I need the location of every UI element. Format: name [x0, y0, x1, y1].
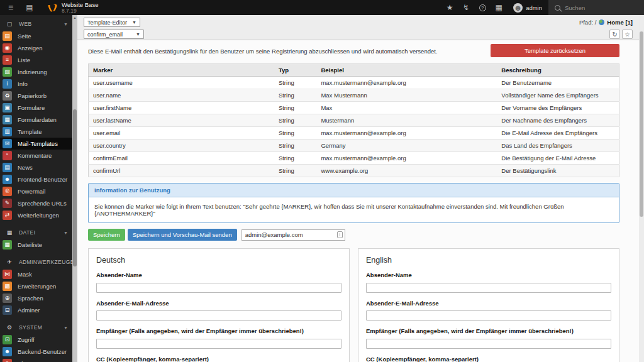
save-preview-button[interactable]: Speichern und Vorschau-Mail senden	[128, 229, 237, 241]
sidebar-item-label: Adminer	[18, 307, 40, 314]
table-cell: user.lastName	[89, 114, 274, 127]
chevron-down-icon: ▼	[132, 20, 136, 25]
form-data-icon: ▦	[3, 115, 12, 124]
table-row: user.lastNameStringMustermannDer Nachnam…	[89, 114, 619, 127]
sidebar-item-kommentare[interactable]: “Kommentare	[0, 150, 72, 162]
grid-icon[interactable]: ▦	[491, 0, 507, 15]
sidebar-item-label: Sprechende URLs	[18, 200, 67, 207]
table-cell: String	[274, 165, 317, 177]
sidebar-item-powermail[interactable]: ℗Powermail	[0, 185, 72, 197]
main-scrollbar-thumb[interactable]	[640, 31, 643, 217]
page-globe-icon	[599, 19, 604, 25]
section-header-system[interactable]: ⚙SYSTEM▼	[0, 321, 72, 334]
form-field: CC (Kopieempfänger, komma-separiert)	[366, 356, 611, 362]
sidebar-item-label: Zugriff	[18, 336, 35, 343]
sidebar-item-papierkorb[interactable]: ♻Papierkorb	[0, 90, 72, 102]
save-button[interactable]: Speichern	[88, 229, 125, 241]
section-header-datei[interactable]: ▦DATEI▼	[0, 226, 72, 239]
sidebar-item-zugriff[interactable]: ⊡Zugriff	[0, 334, 72, 346]
extensions-icon: ▩	[3, 282, 12, 291]
bookmark-star-icon[interactable]: ★	[441, 0, 458, 15]
topbar: ≡ ▤ Website Base 8.7.19 ★ ↯ ? ▦ ☻ admin …	[0, 0, 644, 15]
preview-email-input[interactable]	[245, 231, 337, 238]
sidebar-item-liste[interactable]: ≡Liste	[0, 54, 72, 66]
module-body: Diese E-Mail enthält den Bestätigungslin…	[77, 40, 639, 362]
module-content: Template-Editor ▼ Pfad: / Home [1] confi…	[77, 15, 639, 362]
bolt-icon[interactable]: ↯	[458, 0, 474, 15]
column-header-typ: Typ	[274, 64, 317, 77]
column-header-marker: Marker	[89, 64, 274, 77]
column-header-beschreibung: Beschreibung	[497, 64, 619, 77]
powermail-icon: ℗	[3, 187, 12, 196]
scroll-up-icon[interactable]: ▲	[72, 16, 77, 19]
refresh-button[interactable]: ↻	[609, 30, 620, 39]
form-field: Absender-E-Mail-Adresse	[366, 300, 611, 321]
sidebar-item-formulare[interactable]: ▣Formulare	[0, 102, 72, 114]
english-absender-e-mail-adresse-input[interactable]	[366, 310, 611, 321]
template-select[interactable]: confirm_email ▼	[84, 30, 144, 39]
main-scrollbar[interactable]	[639, 15, 644, 362]
table-cell: Der Benutzername	[497, 77, 619, 89]
table-cell: max.mustermann@example.org	[316, 127, 497, 140]
sidebar-item-anzeigen[interactable]: ◉Anzeigen	[0, 42, 72, 54]
sidebar-item-news[interactable]: ▤News	[0, 162, 72, 173]
news-icon: ▤	[3, 163, 12, 172]
template-icon: ▥	[3, 127, 12, 136]
deutsch-empf-nger-input[interactable]	[96, 339, 341, 349]
sidebar-item-info[interactable]: iInfo	[0, 78, 72, 90]
sidebar-item-formulardaten[interactable]: ▦Formulardaten	[0, 114, 72, 126]
sidebar-item-sprachen[interactable]: ⊕Sprachen	[0, 292, 72, 304]
search-box[interactable]: Suchen	[548, 0, 644, 15]
table-cell: Vollständiger Name des Empfängers	[497, 89, 619, 102]
sidebar-item-seite[interactable]: ▤Seite	[0, 30, 72, 42]
help-icon[interactable]: ?	[474, 0, 491, 15]
paper-plane-icon: ✈	[6, 259, 13, 265]
form-field: Absender-E-Mail-Adresse	[96, 300, 341, 321]
sidebar-item-frontend-benutzer[interactable]: ☻Frontend-Benutzer	[0, 173, 72, 185]
module-function-value: Template-Editor	[87, 19, 127, 26]
sidebar-item-mask[interactable]: ⋈Mask	[0, 268, 72, 280]
table-cell: max.mustermann@example.org	[316, 152, 497, 165]
module-function-select[interactable]: Template-Editor ▼	[84, 18, 140, 27]
sidebar-item-weiterleitungen[interactable]: ⇄Weiterleitungen	[0, 209, 72, 221]
collapse-icon[interactable]: ▼	[64, 231, 68, 235]
info-box-title[interactable]: Information zur Benutzung	[89, 184, 619, 197]
globe-icon: ⊕	[3, 293, 12, 303]
sidebar-item-sprechende-urls[interactable]: ✎Sprechende URLs	[0, 197, 72, 209]
sidebar-item-template[interactable]: ▥Template	[0, 126, 72, 138]
sidebar-item-indizierung[interactable]: ▧Indizierung	[0, 66, 72, 78]
deutsch-absender-e-mail-adresse-input[interactable]	[96, 310, 341, 321]
pencil-icon: ✎	[3, 199, 12, 208]
table-cell: Die Bestätigung der E-Mail Adresse	[497, 152, 619, 165]
section-label: WEB	[19, 21, 64, 27]
english-empf-nger-input[interactable]	[366, 339, 611, 349]
sidebar-item-erweiterungen[interactable]: ▩Erweiterungen	[0, 280, 72, 292]
reset-template-button[interactable]: Template zurücksetzen	[491, 44, 619, 57]
bookmark-button[interactable]: ☆	[622, 30, 633, 39]
sidebar-scrollbar-thumb[interactable]	[73, 109, 77, 266]
table-cell: user.country	[89, 140, 274, 152]
english-absender-name-input[interactable]	[366, 283, 611, 293]
table-cell: Germany	[316, 140, 497, 152]
section-header-adminwerkzeuge[interactable]: ✈ADMINWERKZEUGE▼	[0, 256, 72, 268]
sidebar-item-dateiliste[interactable]: ▦Dateiliste	[0, 239, 72, 251]
deutsch-absender-name-input[interactable]	[96, 283, 341, 293]
section-header-web[interactable]: ▢WEB▼	[0, 18, 72, 30]
database-icon: ⊟	[3, 305, 12, 315]
sidebar-item-adminer[interactable]: ⊟Adminer	[0, 304, 72, 316]
menu-toggle-icon[interactable]: ≡	[0, 0, 21, 15]
table-cell: String	[274, 89, 317, 102]
module-list-icon[interactable]: ▤	[21, 0, 38, 15]
sidebar-item-planer[interactable]: ◷Planer	[0, 358, 72, 362]
user-menu[interactable]: ☻ admin	[507, 0, 548, 15]
collapse-icon[interactable]: ▼	[64, 22, 68, 26]
clear-input-icon[interactable]	[337, 231, 343, 238]
sidebar-item-label: Info	[18, 80, 28, 87]
sidebar-scrollbar[interactable]: ▲	[72, 15, 77, 362]
form-field: Empfänger (Falls angegeben, wird der Emp…	[96, 327, 341, 349]
collapse-icon[interactable]: ▼	[64, 326, 68, 330]
sidebar-item-backend-benutzer[interactable]: ☻Backend-Benutzer	[0, 346, 72, 358]
marker-table: MarkerTypBeispielBeschreibung user.usern…	[88, 63, 619, 177]
comment-icon: “	[3, 151, 12, 160]
sidebar-item-mail-templates[interactable]: ✉Mail-Templates	[0, 138, 72, 150]
